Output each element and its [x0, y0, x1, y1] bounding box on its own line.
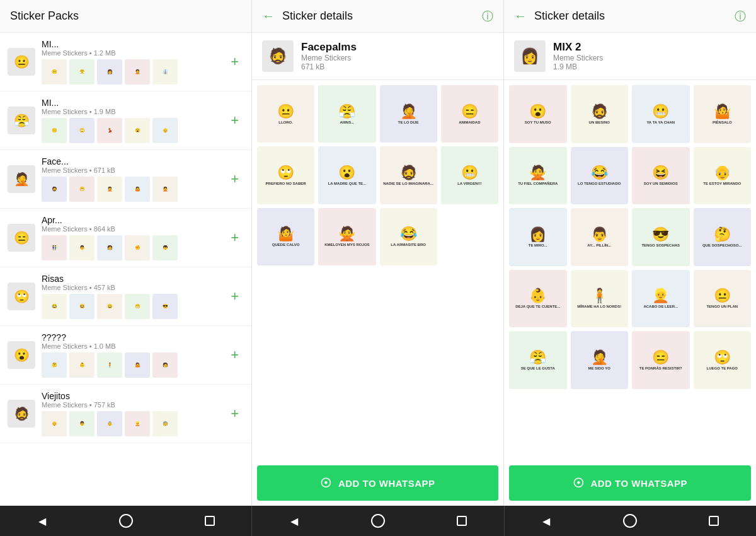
pack-add-button[interactable]: +: [226, 110, 244, 131]
middle-info-button[interactable]: ⓘ: [482, 9, 493, 24]
sticker-cell[interactable]: 👴TE ESTOY MIRANDO: [694, 147, 752, 205]
pack-meta: Meme Stickers • 1.0 MB: [42, 342, 226, 350]
pack-main-icon: 🧔: [8, 400, 35, 428]
pack-item[interactable]: 😐MI...Meme Stickers • 1.2 MB😐😤👩🤦👔+: [0, 33, 251, 91]
pack-name: Risas: [42, 274, 226, 284]
right-nav-recents[interactable]: [701, 508, 726, 533]
sticker-thumb: 🙄: [69, 118, 94, 143]
sticker-cell[interactable]: 🤷PIÉNSALO: [694, 85, 752, 143]
sticker-cell[interactable]: 🤔QUE SOSPECHOSO...: [694, 208, 752, 266]
right-back-button[interactable]: ←: [514, 9, 527, 23]
pack-add-button[interactable]: +: [226, 344, 244, 366]
sticker-cell[interactable]: 🙅KMELOYEN MYS ROJOS: [318, 208, 375, 265]
sticker-cell[interactable]: 😂LA ARMASITE BRO: [380, 208, 437, 265]
middle-nav-back[interactable]: ◀: [282, 508, 307, 533]
pack-name: MI...: [42, 39, 226, 49]
sticker-cell[interactable]: 😐LLORO.: [257, 85, 314, 143]
sticker-thumb: 👨: [69, 411, 94, 436]
sticker-cell[interactable]: 👶DEJA QUE TE CUENTE...: [509, 270, 567, 328]
sticker-cell[interactable]: 🙄LUEGO TE PAGO: [694, 331, 752, 389]
right-sticker-grid: 😮SOY TU MUSO🧔UN BESINO😬YA TA YA CHAN🤷PIÉ…: [504, 80, 756, 460]
sticker-cell[interactable]: 😑ANIMAIDAD: [441, 85, 498, 143]
sticker-cell[interactable]: 😮LA MADRE QUE TE...: [318, 146, 375, 204]
right-add-whatsapp-button[interactable]: ☉ ADD TO WHATSAPP: [509, 465, 751, 501]
pack-previews: 👴👨👵👱🧓: [42, 411, 226, 436]
middle-whatsapp-icon: ☉: [320, 475, 332, 491]
sticker-thumb: 👴: [42, 411, 67, 436]
left-nav-recents[interactable]: [197, 508, 222, 533]
sticker-thumb: 👴: [152, 118, 178, 143]
sticker-cell[interactable]: 😑TE PONRÁS RESISTIR?: [632, 331, 690, 389]
pack-name: ?????: [42, 332, 226, 342]
sticker-thumb: 😁: [125, 294, 150, 319]
middle-pack-meta: Meme Stickers: [301, 54, 357, 62]
sticker-thumb: 👵: [97, 411, 122, 436]
pack-add-button[interactable]: +: [226, 286, 244, 307]
right-panel-title: Sticker details: [534, 9, 735, 23]
pack-add-button[interactable]: +: [226, 403, 244, 424]
sticker-thumb: 👶: [69, 352, 94, 378]
pack-item[interactable]: 😑Apr...Meme Stickers • 864 kB👫👨🧑✊👦+: [0, 209, 251, 267]
pack-info: RisasMeme Stickers • 457 kB😂😆😄😁😎: [42, 274, 226, 319]
left-nav-home[interactable]: [113, 508, 139, 533]
sticker-thumb: 😐: [42, 59, 67, 84]
pack-main-icon: 🙄: [8, 283, 35, 310]
pack-info: MI...Meme Stickers • 1.2 MB😐😤👩🤦👔: [42, 39, 226, 84]
right-info-button[interactable]: ⓘ: [735, 9, 746, 24]
sticker-cell[interactable]: 😆SOY UN SEMIDIOS: [632, 147, 690, 205]
sticker-cell[interactable]: 😂LO TENGO ESTUDIADO: [571, 147, 629, 205]
sticker-cell[interactable]: 😐TENGO UN PLAN: [694, 270, 752, 328]
right-pack-name: MIX 2: [553, 41, 603, 54]
sticker-cell[interactable]: 🤦ME SIDO YO: [571, 331, 629, 389]
sticker-thumb: 😂: [42, 294, 67, 319]
pack-add-button[interactable]: +: [226, 168, 244, 190]
middle-back-button[interactable]: ←: [262, 9, 275, 23]
sticker-cell[interactable]: 🙄PREFIERO NO SABER: [257, 146, 314, 204]
sticker-cell[interactable]: 👱ACABO DE LEER...: [632, 270, 690, 328]
sticker-thumb: 🧑: [97, 235, 122, 260]
sticker-cell[interactable]: 😮SOY TU MUSO: [509, 85, 567, 143]
sticker-thumb: ✊: [125, 235, 150, 260]
sticker-cell[interactable]: 🧍MÍRAME HA LO NORDS!: [571, 270, 629, 328]
middle-nav-home[interactable]: [365, 508, 391, 533]
pack-item[interactable]: 🙄RisasMeme Stickers • 457 kB😂😆😄😁😎+: [0, 267, 251, 326]
sticker-cell[interactable]: 👨AY... PILLÍN...: [571, 208, 629, 266]
right-nav-home[interactable]: [617, 508, 643, 533]
sticker-cell[interactable]: 🤷QUEDE CALVO: [257, 208, 314, 265]
middle-add-label: ADD TO WHATSAPP: [338, 478, 435, 489]
sticker-cell[interactable]: 😤SE QUE LE GUSTA: [509, 331, 567, 389]
sticker-cell[interactable]: 🤦TE LO DIJE: [380, 85, 437, 143]
sticker-cell[interactable]: 🙅TU FIEL COMPAÑERA: [509, 147, 567, 205]
sticker-cell[interactable]: 👩TE MIRO...: [509, 208, 567, 266]
sticker-cell[interactable]: 😎TENGO SOSPECHAS: [632, 208, 690, 266]
middle-add-whatsapp-button[interactable]: ☉ ADD TO WHATSAPP: [257, 465, 498, 501]
pack-name: Viejitos: [42, 391, 226, 401]
sticker-thumb: 🧑: [152, 352, 178, 378]
sticker-thumb: 😎: [152, 294, 178, 319]
right-detail-body: 😮SOY TU MUSO🧔UN BESINO😬YA TA YA CHAN🤷PIÉ…: [504, 80, 756, 506]
pack-add-button[interactable]: +: [226, 227, 244, 248]
middle-detail-info: 🧔 Facepalms Meme Stickers 671 kB: [252, 33, 503, 80]
pack-name: Apr...: [42, 215, 226, 225]
sticker-cell[interactable]: 😬LA VIRGEN!!!: [441, 146, 498, 204]
sticker-cell[interactable]: 😤AIIINS...: [318, 85, 375, 143]
pack-item[interactable]: 🤦Face...Meme Stickers • 671 kB🧔😬🤦🤷🙅+: [0, 150, 251, 209]
pack-item[interactable]: 🧔ViejitosMeme Stickers • 757 kB👴👨👵👱🧓+: [0, 385, 251, 443]
pack-item[interactable]: 😮?????Meme Stickers • 1.0 MB🤔👶🧍🤷🧑+: [0, 326, 251, 385]
left-nav-back[interactable]: ◀: [30, 508, 55, 533]
sticker-cell[interactable]: 😬YA TA YA CHAN: [632, 85, 690, 143]
middle-nav-recents[interactable]: [449, 508, 474, 533]
sticker-thumb: 😄: [97, 294, 122, 319]
left-recents-square: [205, 516, 215, 526]
middle-pack-name: Facepalms: [301, 41, 357, 54]
right-nav-back[interactable]: ◀: [534, 508, 559, 533]
right-pack-meta: Meme Stickers: [553, 54, 603, 62]
sticker-cell[interactable]: 🧔UN BESINO: [571, 85, 629, 143]
pack-previews: 🤔👶🧍🤷🧑: [42, 352, 226, 378]
pack-meta: Meme Stickers • 1.2 MB: [42, 49, 226, 57]
sticker-cell[interactable]: 🧔NADIE SE LO IMAGINARA...: [380, 146, 437, 204]
right-panel: ← Sticker details ⓘ 👩 MIX 2 Meme Sticker…: [504, 0, 756, 506]
pack-item[interactable]: 😤MI...Meme Stickers • 1.9 MB😑🙄💃😮👴+: [0, 91, 251, 150]
pack-add-button[interactable]: +: [226, 51, 244, 73]
middle-pack-text: Facepalms Meme Stickers 671 kB: [301, 41, 357, 71]
